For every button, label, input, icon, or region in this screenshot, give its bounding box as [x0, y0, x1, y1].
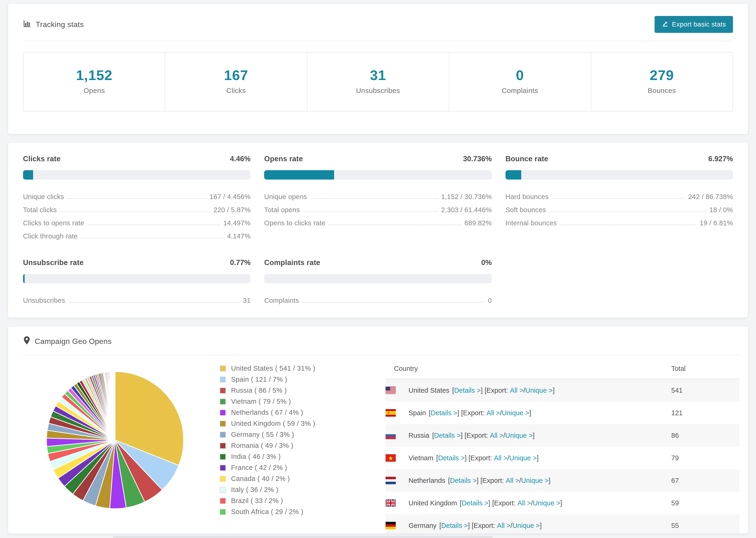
rate-detail-row: Unique clicks167 / 4.456% [23, 188, 250, 201]
export-unique-link[interactable]: Unique > [502, 409, 529, 417]
rate-detail-label: Unique opens [264, 193, 307, 201]
bottom-scrollbar-track[interactable] [113, 536, 493, 538]
export-basic-stats-button[interactable]: Export basic stats [655, 16, 733, 33]
rate-value: 6.927% [708, 155, 733, 163]
export-all-link[interactable]: All > [506, 477, 519, 484]
details-link[interactable]: Details > [454, 387, 481, 394]
export-all-link[interactable]: All > [486, 409, 500, 417]
geo-table-row: Germany[Details >] [Export: All > / Uniq… [386, 514, 739, 534]
rate-detail-row: Opens to clicks rate689.82% [264, 214, 492, 227]
country-cell: Germany[Details >] [Export: All > / Uniq… [386, 522, 671, 529]
details-link[interactable]: Details > [441, 522, 468, 529]
export-unique-link[interactable]: Unique > [505, 432, 533, 439]
rate-detail-value: 18 / 0% [710, 206, 733, 214]
rate-detail-label: Click through rate [23, 232, 78, 240]
stat-value: 0 [449, 67, 590, 83]
dotted-leader [67, 198, 206, 199]
legend-label: Netherlands ( 67 / 4% ) [231, 409, 303, 416]
rate-detail-value: 1,152 / 30.736% [441, 193, 492, 201]
country-cell: Vietnam[Details >] [Export: All > / Uniq… [386, 454, 671, 462]
details-link[interactable]: Details > [438, 454, 465, 462]
legend-item: United States ( 541 / 31% ) [220, 364, 315, 372]
export-unique-link[interactable]: Unique > [533, 499, 560, 507]
stat-cell-clicks: 167Clicks [165, 53, 307, 111]
slash: / [500, 409, 502, 417]
slash: / [511, 522, 512, 529]
legend-label: Canada ( 40 / 2% ) [231, 475, 290, 483]
bracket: ] [Export: [460, 432, 490, 439]
clicks-rate-block: Clicks rate4.46%Unique clicks167 / 4.456… [23, 155, 250, 240]
stat-label: Clicks [165, 86, 307, 95]
rate-detail-row: Total clicks220 / 5.87% [23, 201, 250, 214]
export-unique-link[interactable]: Unique > [525, 387, 553, 394]
legend-label: Germany ( 55 / 3% ) [231, 431, 294, 439]
legend-label: South Africa ( 29 / 2% ) [231, 508, 303, 516]
rates-grid: Clicks rate4.46%Unique clicks167 / 4.456… [23, 155, 733, 304]
dotted-leader [560, 225, 696, 225]
legend-item: Romania ( 49 / 3% ) [220, 442, 315, 450]
legend-swatch [220, 476, 226, 482]
legend-swatch [220, 465, 226, 471]
country-name: Vietnam [408, 454, 433, 462]
rate-progress-bar [23, 170, 250, 180]
rate-detail-label: Total opens [264, 206, 300, 214]
opens-rate-block: Opens rate30.736%Unique opens1,152 / 30.… [264, 155, 492, 240]
dotted-leader [302, 302, 485, 302]
details-link[interactable]: Details > [431, 409, 458, 417]
country-name: United Kingdom [408, 499, 457, 507]
legend-swatch [220, 365, 226, 372]
rate-value: 30.736% [463, 155, 492, 163]
rate-detail-row: Clicks to opens rate14.497% [23, 214, 250, 227]
rate-detail-row: Internal bounces19 / 6.81% [506, 214, 733, 227]
bracket: ] [549, 477, 550, 484]
bracket: ] [Export: [477, 477, 506, 484]
export-unique-link[interactable]: Unique > [509, 454, 537, 462]
stat-label: Bounces [591, 86, 732, 95]
bracket: ] [560, 499, 562, 507]
rate-detail-value: 220 / 5.87% [213, 206, 250, 214]
bracket: [ [432, 432, 434, 439]
complaints-rate-block: Complaints rate0%Complaints0 [264, 258, 492, 304]
details-link[interactable]: Details > [450, 477, 477, 484]
export-all-link[interactable]: All > [517, 499, 531, 507]
export-unique-link[interactable]: Unique > [512, 522, 540, 529]
pie-slice[interactable] [115, 372, 115, 440]
export-all-link[interactable]: All > [510, 387, 523, 394]
country-cell: Russia[Details >] [Export: All > / Uniqu… [386, 432, 671, 439]
export-all-link[interactable]: All > [497, 522, 511, 529]
rate-detail-value: 14.497% [223, 219, 251, 227]
tracking-stats-card: Tracking stats Export basic stats 1,152O… [8, 4, 748, 134]
total-value: 121 [671, 409, 739, 417]
total-value: 541 [671, 387, 739, 394]
export-all-link[interactable]: All > [490, 432, 503, 439]
flag-es-icon [386, 409, 396, 417]
legend-item: Canada ( 40 / 2% ) [220, 475, 315, 483]
export-unique-link[interactable]: Unique > [521, 477, 549, 484]
total-column-header: Total [671, 365, 739, 372]
bracket: ] [553, 387, 555, 394]
rate-detail-row: Unsubscribes31 [23, 291, 250, 304]
dotted-leader [552, 198, 685, 199]
geo-table-row: Netherlands[Details >] [Export: All > / … [386, 469, 739, 492]
export-all-link[interactable]: All > [494, 454, 507, 462]
total-value: 79 [671, 454, 739, 462]
rate-detail-value: 0 [488, 297, 492, 304]
tracking-stats-title-text: Tracking stats [36, 20, 84, 29]
map-pin-icon [23, 336, 30, 347]
tracking-stats-header: Tracking stats Export basic stats [23, 16, 733, 33]
details-link[interactable]: Details > [461, 499, 488, 507]
rate-detail-value: 31 [243, 297, 250, 304]
legend-swatch [220, 454, 226, 460]
summary-stats-row: 1,152Opens167Clicks31Unsubscribes0Compla… [23, 52, 733, 112]
stat-value: 279 [591, 67, 732, 83]
geo-table-row: Spain[Details >] [Export: All > / Unique… [386, 402, 739, 424]
rate-detail-value: 4.147% [227, 232, 250, 240]
legend-item: Spain ( 121 / 7% ) [220, 376, 315, 383]
country-column-header: Country [386, 365, 418, 372]
legend-swatch [220, 509, 226, 515]
bracket: ] [Export: [481, 387, 510, 394]
legend-label: India ( 46 / 3% ) [231, 453, 281, 460]
details-link[interactable]: Details > [434, 432, 461, 439]
legend-swatch [220, 377, 226, 383]
stat-label: Complaints [449, 86, 590, 95]
